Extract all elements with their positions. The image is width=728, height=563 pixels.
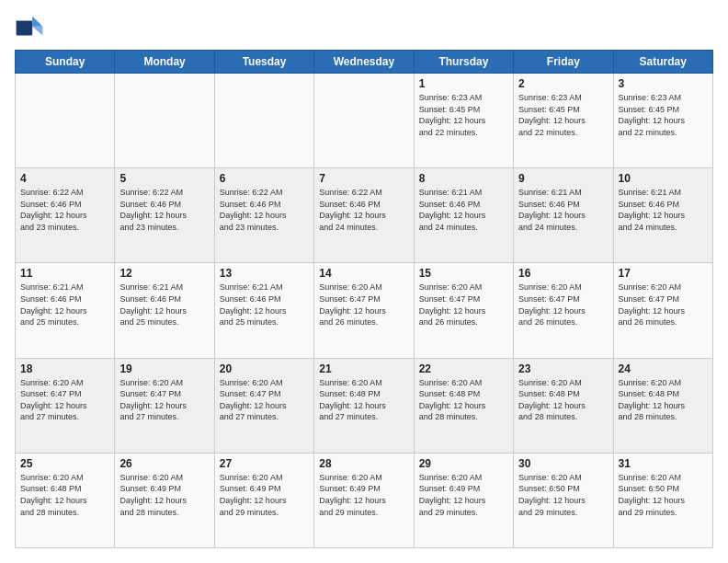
- day-number: 15: [419, 267, 508, 280]
- day-info: Sunrise: 6:20 AM Sunset: 6:47 PM Dayligh…: [220, 377, 309, 423]
- week-row-0: 1Sunrise: 6:23 AM Sunset: 6:45 PM Daylig…: [16, 74, 713, 168]
- day-info: Sunrise: 6:21 AM Sunset: 6:46 PM Dayligh…: [518, 187, 608, 233]
- day-number: 9: [518, 172, 608, 185]
- header-day-saturday: Saturday: [613, 51, 712, 74]
- day-number: 24: [619, 362, 708, 375]
- calendar-cell: 30Sunrise: 6:20 AM Sunset: 6:50 PM Dayli…: [514, 453, 613, 547]
- svg-marker-2: [32, 27, 42, 36]
- calendar-cell: 23Sunrise: 6:20 AM Sunset: 6:48 PM Dayli…: [514, 358, 613, 453]
- calendar-cell: 10Sunrise: 6:21 AM Sunset: 6:46 PM Dayli…: [613, 168, 712, 263]
- day-number: 22: [419, 362, 508, 375]
- day-number: 1: [419, 77, 508, 90]
- svg-rect-0: [17, 20, 33, 35]
- day-number: 3: [619, 77, 708, 90]
- day-info: Sunrise: 6:20 AM Sunset: 6:50 PM Dayligh…: [619, 472, 708, 518]
- day-number: 13: [220, 267, 309, 280]
- calendar-cell: 24Sunrise: 6:20 AM Sunset: 6:48 PM Dayli…: [613, 358, 712, 453]
- calendar-cell: 25Sunrise: 6:20 AM Sunset: 6:48 PM Dayli…: [16, 453, 115, 547]
- header-day-thursday: Thursday: [414, 51, 513, 74]
- header-day-monday: Monday: [115, 51, 214, 74]
- calendar-cell: 9Sunrise: 6:21 AM Sunset: 6:46 PM Daylig…: [514, 168, 613, 263]
- calendar-cell: 19Sunrise: 6:20 AM Sunset: 6:47 PM Dayli…: [115, 358, 214, 453]
- day-number: 5: [119, 172, 209, 185]
- calendar-cell: 4Sunrise: 6:22 AM Sunset: 6:46 PM Daylig…: [16, 168, 115, 263]
- day-info: Sunrise: 6:22 AM Sunset: 6:46 PM Dayligh…: [319, 187, 408, 233]
- header: [15, 15, 713, 40]
- header-day-wednesday: Wednesday: [314, 51, 414, 74]
- day-number: 26: [119, 457, 209, 470]
- day-number: 11: [20, 267, 109, 280]
- day-info: Sunrise: 6:21 AM Sunset: 6:46 PM Dayligh…: [220, 282, 309, 327]
- header-day-friday: Friday: [514, 51, 613, 74]
- day-info: Sunrise: 6:20 AM Sunset: 6:47 PM Dayligh…: [20, 377, 109, 423]
- day-info: Sunrise: 6:22 AM Sunset: 6:46 PM Dayligh…: [20, 187, 109, 233]
- calendar-cell: [214, 74, 313, 168]
- day-number: 31: [619, 457, 708, 470]
- week-row-3: 18Sunrise: 6:20 AM Sunset: 6:47 PM Dayli…: [16, 358, 713, 453]
- calendar-cell: 1Sunrise: 6:23 AM Sunset: 6:45 PM Daylig…: [414, 74, 513, 168]
- calendar-cell: 14Sunrise: 6:20 AM Sunset: 6:47 PM Dayli…: [314, 263, 414, 358]
- day-info: Sunrise: 6:20 AM Sunset: 6:49 PM Dayligh…: [319, 472, 408, 518]
- calendar-cell: 17Sunrise: 6:20 AM Sunset: 6:47 PM Dayli…: [613, 263, 712, 358]
- calendar-cell: 21Sunrise: 6:20 AM Sunset: 6:48 PM Dayli…: [314, 358, 414, 453]
- day-number: 7: [319, 172, 408, 185]
- calendar-cell: [16, 74, 115, 168]
- day-number: 20: [220, 362, 309, 375]
- calendar-cell: 31Sunrise: 6:20 AM Sunset: 6:50 PM Dayli…: [613, 453, 712, 547]
- day-info: Sunrise: 6:23 AM Sunset: 6:45 PM Dayligh…: [419, 92, 508, 138]
- calendar-cell: [115, 74, 214, 168]
- day-number: 29: [419, 457, 508, 470]
- day-info: Sunrise: 6:20 AM Sunset: 6:48 PM Dayligh…: [619, 377, 708, 423]
- page: SundayMondayTuesdayWednesdayThursdayFrid…: [0, 0, 728, 563]
- calendar-cell: 13Sunrise: 6:21 AM Sunset: 6:46 PM Dayli…: [214, 263, 313, 358]
- day-number: 2: [518, 77, 608, 90]
- calendar-cell: 26Sunrise: 6:20 AM Sunset: 6:49 PM Dayli…: [115, 453, 214, 547]
- day-info: Sunrise: 6:22 AM Sunset: 6:46 PM Dayligh…: [220, 187, 309, 233]
- day-info: Sunrise: 6:20 AM Sunset: 6:48 PM Dayligh…: [20, 472, 109, 518]
- day-info: Sunrise: 6:20 AM Sunset: 6:50 PM Dayligh…: [518, 472, 608, 518]
- calendar-cell: 29Sunrise: 6:20 AM Sunset: 6:49 PM Dayli…: [414, 453, 513, 547]
- day-info: Sunrise: 6:20 AM Sunset: 6:47 PM Dayligh…: [319, 282, 408, 327]
- day-number: 25: [20, 457, 109, 470]
- day-info: Sunrise: 6:20 AM Sunset: 6:47 PM Dayligh…: [419, 282, 508, 327]
- day-info: Sunrise: 6:20 AM Sunset: 6:48 PM Dayligh…: [419, 377, 508, 423]
- calendar-cell: 15Sunrise: 6:20 AM Sunset: 6:47 PM Dayli…: [414, 263, 513, 358]
- header-day-tuesday: Tuesday: [214, 51, 313, 74]
- day-info: Sunrise: 6:22 AM Sunset: 6:46 PM Dayligh…: [119, 187, 209, 233]
- day-number: 10: [619, 172, 708, 185]
- week-row-4: 25Sunrise: 6:20 AM Sunset: 6:48 PM Dayli…: [16, 453, 713, 547]
- svg-marker-1: [32, 17, 42, 27]
- calendar-cell: 20Sunrise: 6:20 AM Sunset: 6:47 PM Dayli…: [214, 358, 313, 453]
- calendar-cell: 16Sunrise: 6:20 AM Sunset: 6:47 PM Dayli…: [514, 263, 613, 358]
- day-number: 14: [319, 267, 408, 280]
- day-info: Sunrise: 6:21 AM Sunset: 6:46 PM Dayligh…: [20, 282, 109, 327]
- calendar-cell: 3Sunrise: 6:23 AM Sunset: 6:45 PM Daylig…: [613, 74, 712, 168]
- day-info: Sunrise: 6:20 AM Sunset: 6:47 PM Dayligh…: [518, 282, 608, 327]
- day-number: 6: [220, 172, 309, 185]
- day-number: 4: [20, 172, 109, 185]
- calendar-cell: 7Sunrise: 6:22 AM Sunset: 6:46 PM Daylig…: [314, 168, 414, 263]
- day-number: 12: [119, 267, 209, 280]
- day-info: Sunrise: 6:20 AM Sunset: 6:48 PM Dayligh…: [518, 377, 608, 423]
- day-info: Sunrise: 6:20 AM Sunset: 6:49 PM Dayligh…: [119, 472, 209, 518]
- calendar-cell: 2Sunrise: 6:23 AM Sunset: 6:45 PM Daylig…: [514, 74, 613, 168]
- calendar-cell: 5Sunrise: 6:22 AM Sunset: 6:46 PM Daylig…: [115, 168, 214, 263]
- header-row: SundayMondayTuesdayWednesdayThursdayFrid…: [16, 51, 713, 74]
- week-row-1: 4Sunrise: 6:22 AM Sunset: 6:46 PM Daylig…: [16, 168, 713, 263]
- calendar-cell: 8Sunrise: 6:21 AM Sunset: 6:46 PM Daylig…: [414, 168, 513, 263]
- day-number: 28: [319, 457, 408, 470]
- day-info: Sunrise: 6:21 AM Sunset: 6:46 PM Dayligh…: [119, 282, 209, 327]
- day-info: Sunrise: 6:21 AM Sunset: 6:46 PM Dayligh…: [419, 187, 508, 233]
- day-number: 19: [119, 362, 209, 375]
- calendar-cell: 6Sunrise: 6:22 AM Sunset: 6:46 PM Daylig…: [214, 168, 313, 263]
- calendar-header: SundayMondayTuesdayWednesdayThursdayFrid…: [16, 51, 713, 74]
- calendar-cell: 28Sunrise: 6:20 AM Sunset: 6:49 PM Dayli…: [314, 453, 414, 547]
- calendar-cell: 12Sunrise: 6:21 AM Sunset: 6:46 PM Dayli…: [115, 263, 214, 358]
- calendar-cell: 27Sunrise: 6:20 AM Sunset: 6:49 PM Dayli…: [214, 453, 313, 547]
- header-day-sunday: Sunday: [16, 51, 115, 74]
- day-number: 30: [518, 457, 608, 470]
- week-row-2: 11Sunrise: 6:21 AM Sunset: 6:46 PM Dayli…: [16, 263, 713, 358]
- day-number: 8: [419, 172, 508, 185]
- day-info: Sunrise: 6:20 AM Sunset: 6:49 PM Dayligh…: [419, 472, 508, 518]
- day-number: 27: [220, 457, 309, 470]
